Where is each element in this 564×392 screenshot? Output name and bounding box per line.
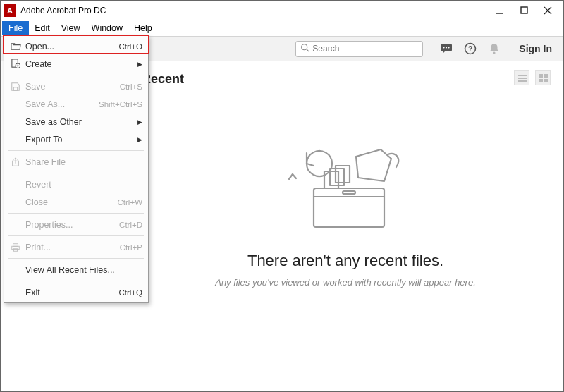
submenu-arrow-icon: ▶ [137,61,142,68]
svg-rect-16 [518,80,527,82]
menu-create[interactable]: Create ▶ [4,55,148,73]
view-mode-buttons [514,70,551,85]
empty-state: There aren't any recent files. Any files… [149,139,542,288]
empty-illustration-icon [275,139,416,238]
menu-share: Share File [4,153,148,171]
menu-separator [8,213,144,214]
menu-file[interactable]: File [2,21,29,35]
menu-saveas: Save As... Shift+Ctrl+S [4,95,148,113]
menu-create-label: Create [25,59,133,69]
app-icon: A [4,4,16,17]
svg-rect-25 [343,191,355,194]
menu-saveother-label: Save as Other [25,117,133,127]
menu-print-label: Print... [25,243,116,252]
svg-point-4 [302,44,307,50]
svg-rect-20 [544,79,548,82]
menu-saveother[interactable]: Save as Other ▶ [4,113,148,130]
menu-viewrecent[interactable]: View All Recent Files... [4,261,148,278]
print-icon [10,242,21,253]
svg-point-8 [443,47,445,48]
toolbar-icons: ? [440,42,501,55]
folder-open-icon [10,41,21,52]
menu-separator [8,281,144,281]
menu-close-shortcut: Ctrl+W [118,198,142,207]
submenu-arrow-icon: ▶ [137,136,142,143]
save-icon [10,81,21,92]
menubar: File Edit View Window Help [1,20,563,36]
menu-share-label: Share File [25,157,142,167]
menu-print: Print... Ctrl+P [4,238,148,256]
search-icon [300,42,309,55]
menu-open-label: Open... [25,42,114,51]
empty-subtitle: Any files you've viewed or worked with r… [149,277,542,288]
menu-exit-shortcut: Ctrl+Q [118,288,142,297]
menu-open[interactable]: Open... Ctrl+O [4,37,148,55]
chat-icon[interactable] [440,42,453,55]
svg-rect-19 [539,79,543,82]
menu-saveas-shortcut: Shift+Ctrl+S [99,100,142,109]
menu-edit[interactable]: Edit [29,22,56,35]
menu-help[interactable]: Help [128,22,158,35]
svg-rect-18 [544,74,548,78]
svg-rect-33 [13,87,17,90]
menu-save: Save Ctrl+S [4,78,148,95]
svg-text:?: ? [468,45,472,53]
menu-save-label: Save [25,82,116,92]
search-input[interactable] [312,44,418,54]
menu-save-shortcut: Ctrl+S [120,82,142,91]
bell-icon[interactable] [488,42,501,55]
menu-separator [8,75,144,75]
svg-rect-14 [518,75,527,76]
menu-viewrecent-label: View All Recent Files... [25,265,142,275]
svg-line-5 [307,49,309,51]
list-view-button[interactable] [514,70,529,85]
window-controls [494,5,560,16]
grid-view-button[interactable] [535,70,551,85]
svg-rect-15 [518,78,527,79]
svg-rect-35 [13,243,18,246]
submenu-arrow-icon: ▶ [137,118,142,125]
menu-saveas-label: Save As... [25,99,94,109]
titlebar: A Adobe Acrobat Pro DC [1,1,563,20]
menu-properties-label: Properties... [25,220,115,230]
svg-point-10 [448,47,450,48]
signin-link[interactable]: Sign In [519,43,552,54]
svg-line-22 [307,164,314,166]
svg-point-13 [494,51,496,54]
menu-separator [8,235,144,236]
menu-close: Close Ctrl+W [4,193,148,211]
minimize-button[interactable] [494,5,505,16]
empty-title: There aren't any recent files. [149,252,542,270]
menu-separator [8,150,144,151]
menu-properties: Properties... Ctrl+D [4,216,148,233]
app-title: Adobe Acrobat Pro DC [20,6,494,16]
search-box[interactable] [295,41,423,57]
menu-properties-shortcut: Ctrl+D [119,221,142,229]
menu-exit[interactable]: Exit Ctrl+Q [4,283,148,301]
maximize-button[interactable] [518,5,529,16]
menu-revert: Revert [4,176,148,193]
create-icon [10,59,21,70]
svg-rect-1 [521,7,527,13]
menu-separator [8,173,144,173]
menu-revert-label: Revert [25,180,142,190]
menu-close-label: Close [25,197,114,207]
close-button[interactable] [542,5,553,16]
svg-rect-17 [539,74,543,78]
menu-print-shortcut: Ctrl+P [120,243,142,252]
menu-separator [8,258,144,259]
menu-window[interactable]: Window [86,22,128,35]
svg-point-9 [446,47,447,48]
file-menu-dropdown: Open... Ctrl+O Create ▶ Save Ctrl+S Save… [4,35,149,303]
menu-export[interactable]: Export To ▶ [4,130,148,148]
share-icon [10,157,21,168]
menu-export-label: Export To [25,135,133,145]
help-icon[interactable]: ? [464,42,477,55]
menu-open-shortcut: Ctrl+O [118,42,142,51]
menu-exit-label: Exit [25,288,114,298]
menu-view[interactable]: View [56,22,86,35]
